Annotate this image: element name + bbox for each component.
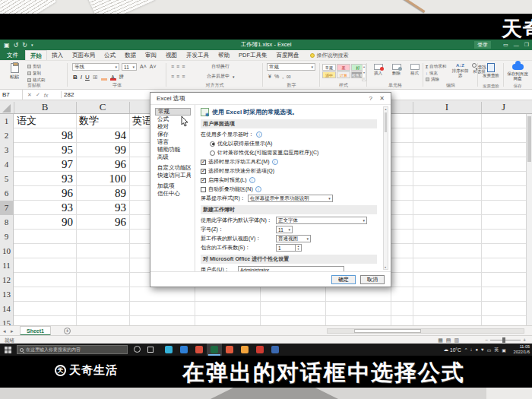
merge-center-button[interactable]: 合并后居中▾ <box>207 73 235 80</box>
horizontal-align-buttons[interactable]: ≡≡≡ <box>171 74 184 79</box>
enter-icon[interactable]: ✓ <box>36 92 40 98</box>
tray-icon[interactable]: ♥ <box>481 347 484 352</box>
ribbon-tab[interactable]: 插入 <box>47 50 68 60</box>
signin-button[interactable]: 登录 <box>474 41 491 49</box>
cortana-icon[interactable] <box>134 346 141 353</box>
cell-col-b[interactable] <box>14 302 75 316</box>
radio-off-icon[interactable] <box>210 150 215 156</box>
ribbon-tab[interactable]: PDF工具集 <box>234 50 272 60</box>
cell-col-d[interactable] <box>130 128 150 143</box>
cell-col-d[interactable] <box>130 258 150 273</box>
cell-col-d[interactable] <box>130 201 150 215</box>
copy-button[interactable]: 复制 <box>27 71 46 76</box>
default-font-select[interactable]: 正文字体 <box>276 217 367 224</box>
dialog-scrollbar[interactable]: ▴▾ <box>383 106 388 270</box>
cell-col-d[interactable] <box>130 215 150 230</box>
row-header[interactable]: 15 <box>0 316 14 325</box>
select-all-corner[interactable] <box>2 104 11 112</box>
radio-compatibility[interactable]: 针对兼容性优化(可能需要重启应用程序)(C) <box>210 149 377 157</box>
cell-col-b[interactable] <box>14 287 75 302</box>
insert-function-icon[interactable]: fx <box>44 93 48 98</box>
ok-button[interactable]: 确定 <box>331 275 356 284</box>
start-button-icon[interactable] <box>5 347 11 353</box>
cell-col-c[interactable]: 数学 <box>77 114 128 128</box>
ribbon-tab[interactable]: 视图 <box>161 50 182 60</box>
column-header[interactable]: J <box>481 100 526 114</box>
cell-col-c[interactable]: 96 <box>77 215 128 230</box>
font-name-select[interactable]: 等线 <box>72 63 119 71</box>
row-header[interactable]: 8 <box>0 215 14 230</box>
ribbon-tab[interactable]: 百度网盘 <box>272 50 304 60</box>
cells-button[interactable]: 插入 <box>370 63 386 76</box>
ribbon-tab[interactable]: 帮助 <box>214 50 234 60</box>
cell-col-d[interactable] <box>130 172 150 186</box>
dialog-sidebar-item[interactable]: 辅助功能 <box>155 146 191 154</box>
zoom-out-icon[interactable]: − <box>485 337 488 343</box>
comma-format-icon[interactable]: , <box>282 74 283 79</box>
cancel-button[interactable]: 取消 <box>360 275 385 284</box>
baidu-save-button[interactable]: 保存到百度网盘 <box>505 62 530 81</box>
app-icon[interactable] <box>252 344 268 356</box>
cell-col-c[interactable]: 94 <box>77 128 128 143</box>
app-icon[interactable] <box>207 344 222 356</box>
taskbar-search[interactable]: 在这里输入你要搜索的内容 <box>17 345 128 354</box>
underline-button[interactable]: U <box>85 74 90 81</box>
checkbox-checked-icon[interactable] <box>201 160 206 165</box>
cell-col-c[interactable] <box>77 273 128 287</box>
borders-icon[interactable]: ⊞ <box>93 74 98 81</box>
percent-format-icon[interactable]: % <box>274 74 279 79</box>
tell-me-search[interactable]: 操作说明搜索 <box>310 50 349 60</box>
cell-col-b[interactable]: 95 <box>14 143 75 157</box>
cell-col-c[interactable] <box>77 287 128 302</box>
app-icon[interactable] <box>268 344 283 356</box>
close-icon[interactable]: ✕ <box>379 93 385 105</box>
vertical-scrollbar[interactable] <box>526 114 532 325</box>
taskbar-clock[interactable]: 11:05 2022/1/6 <box>514 344 530 355</box>
cell-col-c[interactable]: 96 <box>77 157 128 172</box>
weather-widget[interactable]: ☁ 10°C <box>444 347 461 353</box>
cell-col-d[interactable] <box>130 143 150 157</box>
sort-filter-button[interactable]: A↓Z 排序和筛选 <box>451 63 469 78</box>
checkbox-checked-icon[interactable] <box>201 178 206 183</box>
cell-col-b[interactable]: 语文 <box>14 114 75 128</box>
tray-icon[interactable]: ^ <box>465 347 467 352</box>
checkbox-quick-analysis[interactable]: 选择时显示快速分析选项(Q) <box>201 167 377 175</box>
help-icon[interactable]: ? <box>369 93 372 105</box>
checkbox-mini-toolbar[interactable]: 选择时显示浮动工具栏(M) <box>201 158 377 166</box>
cut-button[interactable]: 剪切 <box>27 64 46 69</box>
row-header[interactable]: 9 <box>0 230 14 244</box>
column-header[interactable]: I <box>413 100 481 114</box>
grow-shrink-font[interactable]: A˄A˅ <box>140 64 157 69</box>
cell-col-b[interactable] <box>14 230 75 244</box>
task-view-icon[interactable] <box>147 347 154 353</box>
row-header[interactable]: 5 <box>0 172 14 186</box>
vertical-align-buttons[interactable]: ≡≡≡ <box>171 64 184 69</box>
cell-col-c[interactable] <box>77 302 128 316</box>
tray-icon[interactable]: ▭ <box>487 347 492 353</box>
tray-icon[interactable]: ● <box>475 347 478 352</box>
default-view-select[interactable]: 普通视图 <box>276 235 311 242</box>
minimize-icon[interactable]: — <box>514 43 519 48</box>
cell-style-swatch[interactable]: 差 <box>337 64 350 71</box>
row-header[interactable]: 13 <box>0 287 14 302</box>
cell-col-b[interactable] <box>14 244 75 258</box>
ribbon-tab[interactable]: 审阅 <box>141 50 161 60</box>
font-size-select[interactable]: 11 <box>122 63 137 71</box>
cell-col-b[interactable]: 93 <box>14 172 75 186</box>
fill-button[interactable]: ↓填充 <box>426 71 446 76</box>
stepper-arrows-icon[interactable]: ▴▾ <box>295 245 301 251</box>
name-box[interactable]: B7 <box>0 90 23 100</box>
cell-col-b[interactable]: 93 <box>14 201 75 215</box>
app-icon[interactable] <box>192 344 207 356</box>
row-header[interactable]: 12 <box>0 273 14 287</box>
cell-style-swatch[interactable]: 常规 <box>322 64 336 71</box>
cell-col-d[interactable] <box>130 186 150 201</box>
user-name-field[interactable] <box>238 266 344 271</box>
row-header[interactable]: 6 <box>0 186 14 201</box>
dialog-sidebar-item[interactable]: 快速访问工具栏 <box>155 172 191 179</box>
cell-col-d[interactable] <box>130 157 150 172</box>
autosum-button[interactable]: Σ自动求和 <box>426 64 446 69</box>
column-header[interactable]: B <box>14 100 76 114</box>
font-color-icon[interactable]: A <box>110 74 116 81</box>
pinyin-icon[interactable]: 拼 <box>119 74 125 81</box>
